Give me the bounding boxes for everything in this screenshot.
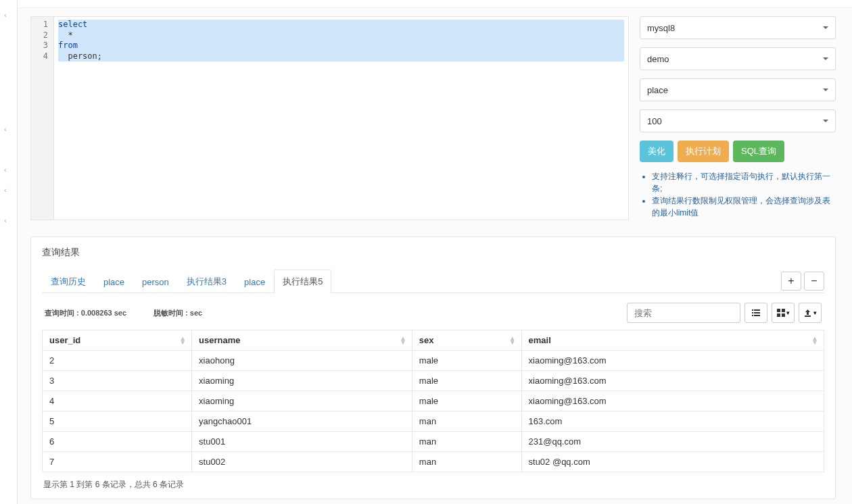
cell: yangchao001 xyxy=(192,411,412,432)
hints: 支持注释行，可选择指定语句执行，默认执行第一条; 查询结果行数限制见权限管理，会… xyxy=(640,170,836,219)
cell: xiaohong xyxy=(192,351,412,371)
database-select[interactable]: demo xyxy=(640,47,836,70)
svg-rect-8 xyxy=(777,313,780,317)
table-row[interactable]: 4xiaomingmalexiaoming@163.com xyxy=(43,391,824,411)
cell: xiaoming@163.com xyxy=(521,371,824,391)
result-tab[interactable]: 执行结果3 xyxy=(178,270,235,293)
editor-content[interactable]: select * from person; xyxy=(54,17,628,220)
editor-gutter: 1 2 3 4 xyxy=(31,17,54,220)
chevron-down-icon: ▾ xyxy=(813,309,817,316)
search-input[interactable] xyxy=(627,303,740,323)
cell: stu001 xyxy=(192,432,412,452)
table-row[interactable]: 3xiaomingmalexiaoming@163.com xyxy=(43,371,824,391)
svg-rect-10 xyxy=(805,316,811,317)
result-tab[interactable]: person xyxy=(133,271,178,293)
sql-editor[interactable]: 1 2 3 4 select * from person; xyxy=(30,16,629,220)
column-header[interactable]: user_id▲▼ xyxy=(43,330,192,351)
cell: 4 xyxy=(43,391,192,411)
line-number: 3 xyxy=(31,41,48,51)
export-button[interactable]: ▾ xyxy=(799,303,822,323)
cell: 2 xyxy=(43,351,192,371)
list-icon xyxy=(751,308,761,318)
cell: male xyxy=(412,391,521,411)
svg-rect-2 xyxy=(752,312,753,313)
pagination-info: 显示第 1 到第 6 条记录，总共 6 条记录 xyxy=(42,472,824,490)
cell: man xyxy=(412,432,521,452)
left-rail: ‹ ‹ ‹ ‹ ‹ xyxy=(0,0,18,504)
top-toolbar xyxy=(18,0,852,8)
line-number: 2 xyxy=(31,30,48,41)
grid-icon xyxy=(777,309,785,317)
code-line: select xyxy=(58,20,87,29)
cell: 6 xyxy=(43,432,192,452)
rail-chevron-icon[interactable]: ‹ xyxy=(4,166,7,174)
svg-rect-7 xyxy=(782,309,785,312)
add-tab-button[interactable]: + xyxy=(781,272,801,291)
table-row[interactable]: 6stu001man231@qq.com xyxy=(43,432,824,452)
connection-select[interactable]: mysql8 xyxy=(640,16,836,39)
mask-time: 脱敏时间 : sec xyxy=(153,308,202,318)
cell: xiaoming@163.com xyxy=(521,391,824,411)
sort-icon: ▲▼ xyxy=(509,336,516,345)
table-select[interactable]: place xyxy=(640,78,836,101)
export-icon xyxy=(803,309,812,318)
cell: male xyxy=(412,351,521,371)
line-number: 1 xyxy=(31,20,48,30)
results-table: user_id▲▼username▲▼sex▲▼email▲▼ 2xiaohon… xyxy=(42,330,824,472)
cell: xiaoming xyxy=(192,371,412,391)
code-line: from xyxy=(58,41,78,50)
sort-icon: ▲▼ xyxy=(811,336,818,345)
table-row[interactable]: 7 stu002 man stu02 @qq.com xyxy=(43,452,824,472)
columns-button[interactable]: ▾ xyxy=(772,303,795,323)
table-row[interactable]: 5yangchao001man163.com xyxy=(43,411,824,432)
rail-chevron-icon[interactable]: ‹ xyxy=(4,11,7,19)
toggle-view-button[interactable] xyxy=(744,303,767,323)
rail-chevron-icon[interactable]: ‹ xyxy=(4,186,7,194)
hint-text: 支持注释行，可选择指定语句执行，默认执行第一条; xyxy=(652,170,836,195)
sort-icon: ▲▼ xyxy=(179,336,186,345)
svg-rect-0 xyxy=(752,309,753,311)
limit-select[interactable]: 100 xyxy=(640,109,836,132)
explain-button[interactable]: 执行计划 xyxy=(678,141,729,162)
cell: 3 xyxy=(43,371,192,391)
cell: man xyxy=(412,411,521,432)
code-line: person; xyxy=(58,51,624,62)
query-time: 查询时间 : 0.008263 sec xyxy=(45,308,126,318)
column-header[interactable]: email▲▼ xyxy=(521,330,824,351)
svg-rect-3 xyxy=(754,312,760,313)
svg-rect-4 xyxy=(752,315,753,316)
result-tab[interactable]: 查询历史 xyxy=(42,270,95,293)
svg-rect-9 xyxy=(782,313,785,317)
sort-icon: ▲▼ xyxy=(400,336,406,345)
cell: 163.com xyxy=(521,411,824,432)
beautify-button[interactable]: 美化 xyxy=(640,141,673,162)
code-line: * xyxy=(58,30,624,41)
table-row[interactable]: 2xiaohongmalexiaoming@163.com xyxy=(43,351,824,371)
cell: male xyxy=(412,371,521,391)
remove-tab-button[interactable]: − xyxy=(804,272,824,291)
result-tab[interactable]: 执行结果5 xyxy=(274,270,331,293)
cell: stu002 xyxy=(192,452,412,472)
result-tab[interactable]: place xyxy=(95,271,133,293)
cell: 5 xyxy=(43,411,192,432)
cell: stu02 @qq.com xyxy=(521,452,824,472)
svg-rect-1 xyxy=(754,309,760,311)
cell: xiaoming@163.com xyxy=(521,351,824,371)
run-query-button[interactable]: SQL查询 xyxy=(733,141,784,162)
svg-rect-6 xyxy=(777,309,780,312)
results-title: 查询结果 xyxy=(42,247,824,259)
rail-chevron-icon[interactable]: ‹ xyxy=(4,216,7,224)
hint-text: 查询结果行数限制见权限管理，会选择查询涉及表的最小limit值 xyxy=(652,195,836,219)
column-header[interactable]: username▲▼ xyxy=(192,330,412,351)
cell: 7 xyxy=(43,452,192,472)
column-header[interactable]: sex▲▼ xyxy=(412,330,521,351)
cell: xiaoming xyxy=(192,391,412,411)
cell: 231@qq.com xyxy=(521,432,824,452)
results-tabs: 查询历史placeperson执行结果3place执行结果5 + − xyxy=(42,266,824,293)
chevron-down-icon: ▾ xyxy=(786,309,790,316)
result-tab[interactable]: place xyxy=(235,271,274,293)
line-number: 4 xyxy=(31,51,48,62)
rail-chevron-icon[interactable]: ‹ xyxy=(4,125,7,133)
svg-rect-5 xyxy=(754,315,760,316)
cell: man xyxy=(412,452,521,472)
